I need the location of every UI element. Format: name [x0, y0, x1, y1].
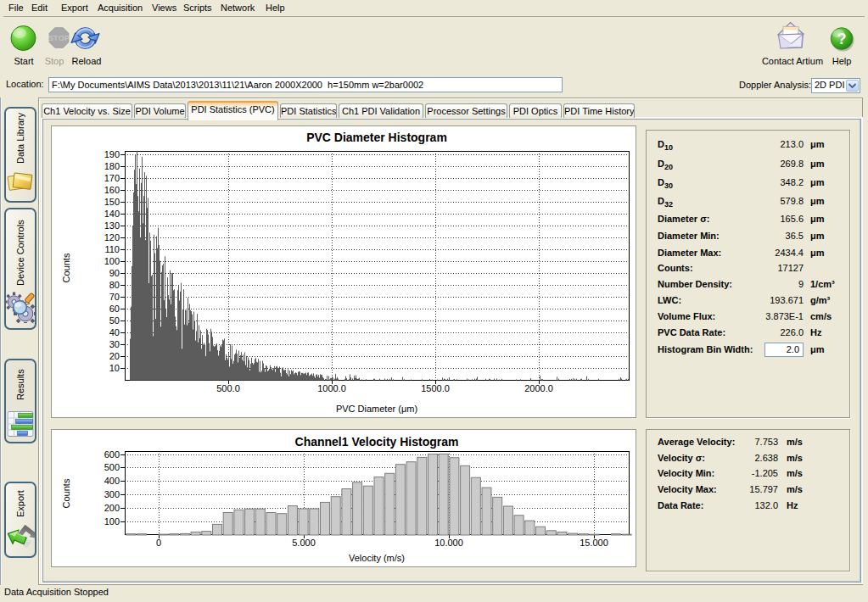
- svg-text:STOP: STOP: [48, 34, 70, 42]
- svg-text:Channel1 Velocity Histogram: Channel1 Velocity Histogram: [295, 435, 459, 449]
- svg-text:10.000: 10.000: [434, 538, 463, 548]
- svg-text:1500.0: 1500.0: [421, 383, 450, 393]
- svg-text:120: 120: [104, 232, 120, 242]
- svg-text:160: 160: [104, 185, 120, 195]
- svg-text:170: 170: [104, 173, 120, 183]
- svg-text:70: 70: [109, 292, 120, 302]
- svg-text:180: 180: [104, 161, 120, 171]
- svg-text:5.000: 5.000: [292, 538, 316, 548]
- svg-text:Velocity (m/s): Velocity (m/s): [349, 553, 405, 563]
- svg-text:400: 400: [104, 476, 120, 486]
- svg-text:90: 90: [109, 268, 120, 278]
- svg-text:110: 110: [104, 244, 120, 254]
- svg-text:Counts: Counts: [61, 253, 71, 282]
- svg-text:1000.0: 1000.0: [317, 383, 346, 393]
- svg-text:30: 30: [109, 339, 120, 349]
- svg-text:100: 100: [104, 256, 120, 266]
- svg-text:PVC Diameter (μm): PVC Diameter (μm): [336, 404, 417, 414]
- svg-text:50: 50: [109, 315, 120, 326]
- svg-text:190: 190: [104, 149, 120, 159]
- svg-text:2000.0: 2000.0: [524, 383, 553, 393]
- svg-text:PVC Diameter Histogram: PVC Diameter Histogram: [306, 131, 447, 144]
- svg-text:?: ?: [837, 31, 847, 47]
- svg-text:80: 80: [109, 280, 120, 290]
- svg-text:100: 100: [104, 516, 120, 527]
- svg-text:Counts: Counts: [61, 478, 71, 508]
- svg-text:60: 60: [109, 304, 120, 314]
- svg-text:40: 40: [109, 327, 120, 337]
- svg-text:300: 300: [104, 489, 120, 499]
- svg-text:200: 200: [104, 503, 120, 513]
- svg-text:140: 140: [104, 209, 120, 219]
- svg-text:600: 600: [104, 449, 120, 460]
- svg-text:0: 0: [156, 538, 161, 548]
- svg-text:10: 10: [109, 363, 120, 373]
- svg-text:20: 20: [109, 351, 120, 361]
- svg-text:500.0: 500.0: [216, 383, 240, 393]
- svg-text:130: 130: [104, 220, 120, 231]
- svg-text:500: 500: [104, 462, 120, 472]
- svg-text:15.000: 15.000: [580, 538, 608, 548]
- svg-text:150: 150: [104, 197, 120, 207]
